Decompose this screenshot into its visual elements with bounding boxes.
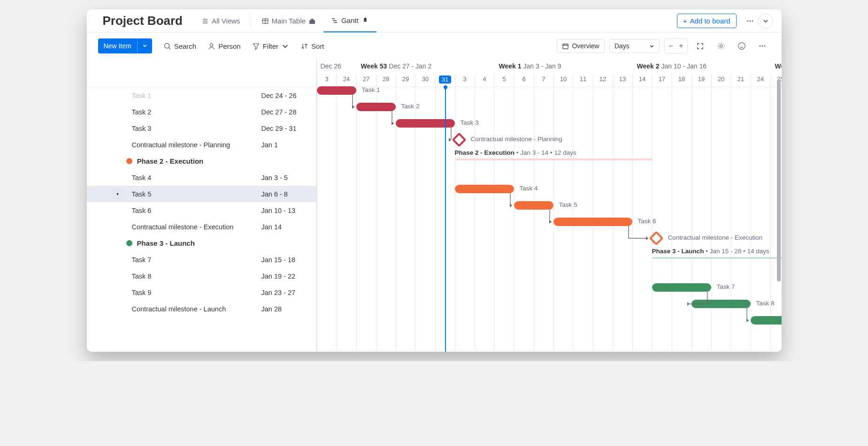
add-to-board-button[interactable]: + Add to board <box>677 14 737 28</box>
gantt-chart[interactable]: Dec 26Week 53Dec 27 - Jan 2Week 1Jan 3 -… <box>317 59 782 352</box>
day-cell: 31 <box>435 73 455 87</box>
sort-tool[interactable]: Sort <box>300 42 324 50</box>
day-cell: 20 <box>711 73 731 87</box>
gantt-bar-label: Task 3 <box>461 119 479 126</box>
chevron-down-icon <box>281 42 289 50</box>
svg-point-5 <box>210 43 213 46</box>
day-cell: 30 <box>415 73 435 87</box>
task-row[interactable]: Task 7Jan 15 - 18 <box>87 251 316 268</box>
day-cell: 21 <box>731 73 751 87</box>
timescale-dropdown[interactable]: Days <box>609 39 660 53</box>
timeline-header: Dec 26Week 53Dec 27 - Jan 2Week 1Jan 3 -… <box>317 59 782 87</box>
svg-point-4 <box>164 43 169 48</box>
svg-point-8 <box>738 43 745 49</box>
day-cell: 14 <box>632 73 652 87</box>
filter-tool[interactable]: Filter <box>252 42 289 50</box>
task-row[interactable]: Contractual milestone - ExecutionJan 14 <box>87 219 316 235</box>
fullscreen-button[interactable] <box>692 38 708 54</box>
day-cell: 6 <box>514 73 534 87</box>
svg-point-9 <box>759 45 760 47</box>
gantt-bar[interactable] <box>553 218 632 226</box>
task-row[interactable]: Task 3Dec 29 - 31 <box>87 120 316 136</box>
svg-point-7 <box>720 45 722 47</box>
feedback-button[interactable] <box>734 38 750 54</box>
gantt-bar-label: Task 2 <box>401 103 420 110</box>
day-cell: 12 <box>593 73 613 87</box>
day-cell: 24 <box>337 73 356 87</box>
gantt-bar[interactable] <box>751 316 782 325</box>
milestone-label: Contractual milestone - Planning <box>471 136 562 143</box>
gantt-bar[interactable] <box>317 86 356 95</box>
gantt-bar-label: Task 4 <box>520 185 538 192</box>
overview-dropdown[interactable]: Overview <box>557 39 604 53</box>
gantt-bar-label: Task 6 <box>638 218 656 225</box>
day-cell: 3 <box>455 73 475 87</box>
group-header[interactable]: Phase 3 - Launch <box>87 235 316 251</box>
task-row[interactable]: Task 1Dec 24 - 26 <box>87 87 316 104</box>
view-tabs: All Views Main Table Gantt <box>194 9 376 32</box>
task-row[interactable]: ▾Task 5Jan 6 - 8 <box>87 186 316 202</box>
task-row[interactable]: Contractual milestone - LaunchJan 28 <box>87 301 316 317</box>
app-window: Project Board All Views Main Table Gantt… <box>87 9 782 352</box>
scrollbar[interactable] <box>777 80 781 281</box>
phase-summary-label: Phase 2 - Execution • Jan 3 - 14 • 12 da… <box>455 149 576 156</box>
task-row[interactable]: Task 6Jan 10 - 13 <box>87 202 316 219</box>
task-row[interactable]: Task 9Jan 23 - 27 <box>87 284 316 301</box>
zoom-out-button[interactable]: − <box>668 42 674 50</box>
gantt-bar[interactable] <box>691 300 751 308</box>
gantt-bar[interactable] <box>652 283 711 292</box>
task-row[interactable]: Contractual milestone - PlanningJan 1 <box>87 136 316 153</box>
more-menu-button[interactable] <box>742 13 758 29</box>
gantt-view: Task 1Dec 24 - 26Task 2Dec 27 - 28Task 3… <box>87 59 782 352</box>
week-label: Week 2Jan 10 - Jan 16 <box>635 62 773 70</box>
day-cell: 3 <box>317 73 337 87</box>
task-row[interactable]: Task 2Dec 27 - 28 <box>87 104 316 120</box>
svg-point-11 <box>764 45 765 47</box>
gantt-bar[interactable] <box>455 185 514 193</box>
day-cell: 11 <box>573 73 593 87</box>
search-tool[interactable]: Search <box>163 42 197 50</box>
chevron-down-icon <box>762 18 769 24</box>
chevron-down-icon <box>649 44 654 49</box>
new-item-dropdown[interactable] <box>137 38 152 53</box>
settings-button[interactable] <box>713 38 729 54</box>
table-icon <box>261 17 269 25</box>
expand-icon <box>696 42 704 50</box>
person-tool[interactable]: Person <box>207 42 241 50</box>
svg-rect-6 <box>563 44 568 48</box>
day-cell: 29 <box>396 73 415 87</box>
home-icon <box>308 17 316 25</box>
day-cell: 13 <box>613 73 632 87</box>
task-list-sidebar: Task 1Dec 24 - 26Task 2Dec 27 - 28Task 3… <box>87 59 317 352</box>
dots-icon <box>746 17 754 25</box>
gantt-bar[interactable] <box>514 201 553 210</box>
more-button[interactable] <box>754 38 770 54</box>
gear-icon <box>717 42 725 50</box>
milestone-label: Contractual milestone - Execution <box>668 234 763 241</box>
zoom-in-button[interactable]: + <box>679 42 683 50</box>
plus-icon: + <box>683 17 687 25</box>
collapse-button[interactable] <box>758 14 773 29</box>
phase-summary-bar[interactable] <box>652 257 782 259</box>
calendar-icon <box>562 43 569 50</box>
gantt-bar[interactable] <box>396 119 455 128</box>
expand-caret-icon[interactable]: ▾ <box>113 189 123 199</box>
week-label: Dec 26 <box>317 62 359 70</box>
day-cell: 24 <box>751 73 770 87</box>
tab-all-views[interactable]: All Views <box>194 9 248 32</box>
task-row[interactable]: Task 8Jan 19 - 22 <box>87 268 316 284</box>
tab-gantt[interactable]: Gantt <box>323 9 376 32</box>
day-cell: 10 <box>553 73 573 87</box>
tab-main-table[interactable]: Main Table <box>254 9 323 32</box>
gantt-bar-label: Task 7 <box>717 283 735 290</box>
task-row[interactable]: Task 4Jan 3 - 5 <box>87 169 316 186</box>
svg-point-1 <box>747 20 748 22</box>
week-label: Week 53Dec 27 - Jan 2 <box>359 62 497 70</box>
pin-icon <box>361 17 369 24</box>
group-header[interactable]: Phase 2 - Execution <box>87 153 316 169</box>
phase-summary-bar[interactable] <box>455 159 652 160</box>
gantt-bar[interactable] <box>356 103 396 111</box>
list-icon <box>201 17 209 25</box>
gantt-icon <box>331 17 338 24</box>
new-item-button[interactable]: New Item <box>98 38 152 53</box>
